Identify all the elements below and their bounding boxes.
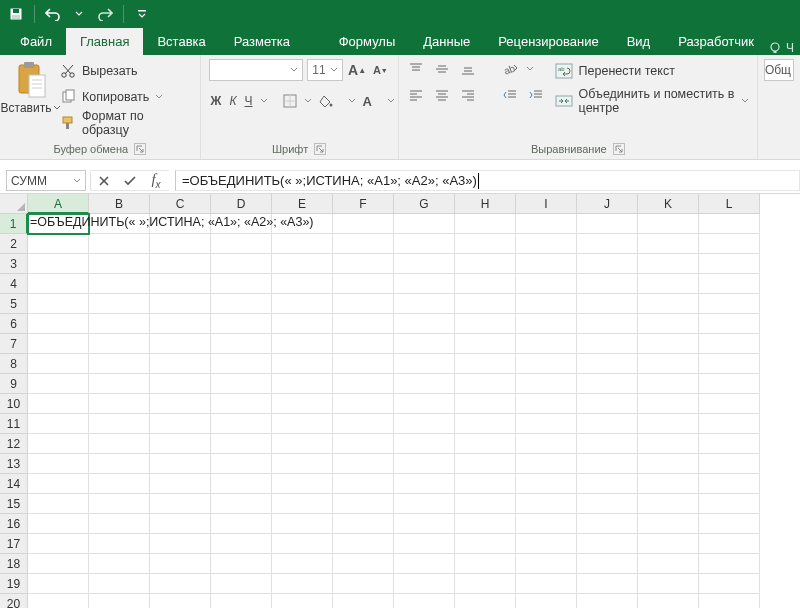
cell[interactable] <box>638 374 699 394</box>
cell[interactable] <box>150 234 211 254</box>
cell[interactable] <box>333 314 394 334</box>
cell[interactable] <box>150 374 211 394</box>
cell[interactable] <box>211 274 272 294</box>
cell[interactable] <box>638 294 699 314</box>
cell[interactable] <box>516 574 577 594</box>
cell[interactable] <box>394 494 455 514</box>
cell[interactable] <box>577 254 638 274</box>
cell[interactable] <box>28 554 89 574</box>
cell[interactable] <box>699 334 760 354</box>
cell[interactable] <box>455 534 516 554</box>
cell[interactable] <box>89 554 150 574</box>
cell[interactable] <box>455 294 516 314</box>
cell[interactable] <box>638 454 699 474</box>
font-size-select[interactable]: 11 <box>307 59 343 81</box>
cell[interactable] <box>272 594 333 608</box>
enter-formula-button[interactable] <box>117 170 143 192</box>
cell[interactable] <box>699 374 760 394</box>
align-left-button[interactable] <box>407 87 425 103</box>
cell[interactable] <box>272 514 333 534</box>
row-header[interactable]: 15 <box>0 494 28 514</box>
row-header[interactable]: 12 <box>0 434 28 454</box>
tell-me[interactable]: Ч <box>768 41 800 55</box>
cell[interactable] <box>150 394 211 414</box>
cell[interactable] <box>28 534 89 554</box>
cell[interactable] <box>333 434 394 454</box>
copy-button[interactable]: Копировать <box>60 87 192 107</box>
underline-button[interactable]: Ч <box>245 91 253 111</box>
chevron-down-icon[interactable] <box>305 99 311 104</box>
cell[interactable] <box>516 214 577 234</box>
cell[interactable] <box>638 354 699 374</box>
cell[interactable] <box>455 454 516 474</box>
row-header[interactable]: 10 <box>0 394 28 414</box>
cell[interactable] <box>28 294 89 314</box>
cell[interactable] <box>272 394 333 414</box>
cell[interactable] <box>699 434 760 454</box>
cell[interactable] <box>394 454 455 474</box>
align-right-button[interactable] <box>459 87 477 103</box>
formula-input[interactable]: =ОБЪЕДИНИТЬ(« »;ИСТИНА; «A1»; «A2»; «A3»… <box>175 170 800 191</box>
column-header[interactable]: H <box>455 194 516 214</box>
format-painter-button[interactable]: Формат по образцу <box>60 113 192 133</box>
cell[interactable] <box>89 394 150 414</box>
cell[interactable] <box>699 494 760 514</box>
cell[interactable] <box>150 574 211 594</box>
cell[interactable] <box>516 554 577 574</box>
decrease-font-button[interactable]: A▼ <box>371 59 390 81</box>
cell[interactable] <box>28 334 89 354</box>
cell[interactable] <box>699 394 760 414</box>
cell[interactable] <box>699 534 760 554</box>
cell[interactable] <box>394 314 455 334</box>
cell[interactable] <box>28 434 89 454</box>
cell[interactable] <box>211 534 272 554</box>
borders-button[interactable] <box>283 91 297 111</box>
cell[interactable] <box>638 554 699 574</box>
dialog-launcher-icon[interactable] <box>613 143 625 155</box>
cell[interactable] <box>272 374 333 394</box>
name-box[interactable]: СУММ <box>6 170 86 191</box>
cell[interactable] <box>272 414 333 434</box>
cell[interactable] <box>699 234 760 254</box>
cell[interactable] <box>394 534 455 554</box>
cell[interactable] <box>455 334 516 354</box>
cell[interactable] <box>150 514 211 534</box>
cell[interactable] <box>394 474 455 494</box>
cell[interactable] <box>211 434 272 454</box>
cell[interactable] <box>333 254 394 274</box>
cell[interactable] <box>516 334 577 354</box>
cell[interactable] <box>333 514 394 534</box>
cell[interactable] <box>28 354 89 374</box>
decrease-indent-button[interactable] <box>501 87 519 103</box>
cell[interactable] <box>577 314 638 334</box>
cell[interactable] <box>455 594 516 608</box>
cell[interactable] <box>516 314 577 334</box>
row-header[interactable]: 14 <box>0 474 28 494</box>
cell[interactable] <box>638 254 699 274</box>
cell[interactable] <box>89 514 150 534</box>
cell[interactable] <box>89 434 150 454</box>
cell[interactable] <box>516 534 577 554</box>
cell[interactable] <box>150 274 211 294</box>
cell[interactable] <box>211 334 272 354</box>
cell[interactable] <box>394 374 455 394</box>
cell[interactable] <box>28 474 89 494</box>
cell[interactable] <box>577 494 638 514</box>
tab-page-layout[interactable]: Разметка страницы <box>220 28 325 55</box>
column-header[interactable]: I <box>516 194 577 214</box>
cell[interactable] <box>333 334 394 354</box>
cell[interactable] <box>516 294 577 314</box>
cell[interactable] <box>211 574 272 594</box>
cell[interactable] <box>577 234 638 254</box>
cell[interactable] <box>394 294 455 314</box>
cell[interactable] <box>89 454 150 474</box>
cell[interactable] <box>577 414 638 434</box>
tab-home[interactable]: Главная <box>66 28 143 55</box>
cell[interactable] <box>272 254 333 274</box>
number-format-select[interactable]: Общ <box>764 59 794 81</box>
cell[interactable] <box>150 474 211 494</box>
cell[interactable] <box>89 274 150 294</box>
cell[interactable] <box>89 354 150 374</box>
row-header[interactable]: 1 <box>0 214 28 234</box>
column-header[interactable]: F <box>333 194 394 214</box>
